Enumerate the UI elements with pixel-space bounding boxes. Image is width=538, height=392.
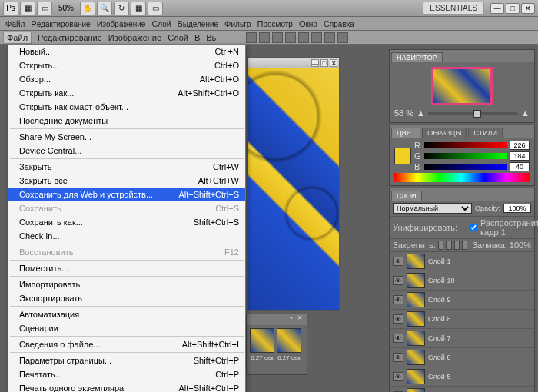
foreground-swatch[interactable] <box>394 148 411 164</box>
doc-maximize-icon[interactable]: □ <box>320 59 328 67</box>
color-panel-tab[interactable]: СТИЛИ <box>468 128 503 138</box>
menu-dropdown-item[interactable]: Поместить... <box>8 261 245 275</box>
nav-zoom-value[interactable]: 58 % <box>394 108 413 118</box>
visibility-eye-icon[interactable]: 👁 <box>393 276 404 285</box>
layer-row[interactable]: 👁Слой 6 <box>390 348 534 367</box>
menu-dropdown-item[interactable]: Device Central... <box>8 144 245 158</box>
zoom-display[interactable]: 50% <box>54 4 78 12</box>
bridge-icon[interactable]: ▦ <box>20 2 35 15</box>
arrange-icon[interactable]: ▦ <box>131 2 146 15</box>
navigator-thumb[interactable] <box>431 67 493 105</box>
menu-dropdown-item[interactable]: Share My Screen... <box>8 130 245 144</box>
expanded-menu-item[interactable]: Изображение <box>108 33 161 42</box>
g-slider[interactable] <box>424 153 507 159</box>
menu-dropdown-item[interactable]: Закрыть всеAlt+Ctrl+W <box>8 174 245 188</box>
color-spectrum[interactable] <box>394 173 530 182</box>
b-value[interactable]: 40 <box>510 162 530 171</box>
r-value[interactable]: 226 <box>510 141 530 150</box>
menu-dropdown-item[interactable]: Открыть как...Alt+Shift+Ctrl+O <box>8 86 245 100</box>
menu-item[interactable]: Окно <box>297 18 320 30</box>
lock-pixels-icon[interactable] <box>446 241 451 250</box>
ps-logo-icon[interactable]: Ps <box>3 2 18 15</box>
layer-name[interactable]: Слой 8 <box>428 315 450 323</box>
opt-icon[interactable] <box>272 32 283 43</box>
menu-item[interactable]: Слой <box>149 18 173 30</box>
zoom-in-icon[interactable]: ▲ <box>521 108 530 118</box>
menu-item[interactable]: Просмотр <box>254 18 294 30</box>
opt-icon[interactable] <box>311 32 322 43</box>
propagate-checkbox[interactable] <box>470 224 477 231</box>
expanded-menu-item[interactable]: Слой <box>168 33 188 42</box>
expanded-menu-item[interactable]: В <box>194 33 200 42</box>
blend-mode-select[interactable]: Нормальный <box>393 203 472 214</box>
menu-item[interactable]: Фильтр <box>222 18 253 30</box>
menu-dropdown-item[interactable]: Печатать...Ctrl+P <box>8 367 245 381</box>
menu-dropdown-item[interactable]: Параметры страницы...Shift+Ctrl+P <box>8 354 245 367</box>
b-slider[interactable] <box>424 164 507 170</box>
hand-tool-icon[interactable]: ✋ <box>80 2 95 15</box>
doc-minimize-icon[interactable]: — <box>311 59 319 67</box>
layer-name[interactable]: Слой 7 <box>428 334 450 342</box>
zoom-out-icon[interactable]: ▲ <box>417 108 425 118</box>
layer-name[interactable]: Слой 9 <box>428 296 450 304</box>
opt-icon[interactable] <box>259 32 270 43</box>
opt-icon[interactable] <box>246 32 257 43</box>
menu-item[interactable]: Файл <box>3 18 27 30</box>
menu-dropdown-item[interactable]: Открыть...Ctrl+O <box>8 58 245 72</box>
canvas-image[interactable] <box>248 68 339 310</box>
menu-dropdown-item[interactable]: Открыть как смарт-объект... <box>8 100 245 114</box>
tool-icon[interactable]: ▭ <box>37 2 52 15</box>
layer-name[interactable]: Слой 5 <box>428 373 450 380</box>
animation-frame[interactable]: 0,27 сек <box>250 328 274 361</box>
r-slider[interactable] <box>424 142 507 148</box>
maximize-icon[interactable]: □ <box>506 3 520 14</box>
lock-trans-icon[interactable] <box>438 241 443 250</box>
minimize-icon[interactable]: — <box>490 3 504 14</box>
menu-dropdown-item[interactable]: Экспортировать <box>8 291 245 305</box>
opt-icon[interactable] <box>324 32 335 43</box>
menu-item[interactable]: Изображение <box>95 18 148 30</box>
opt-icon[interactable] <box>337 32 348 43</box>
menu-item[interactable]: Справка <box>321 18 357 30</box>
visibility-eye-icon[interactable]: 👁 <box>393 372 404 381</box>
animation-frame[interactable]: 0,27 сек <box>277 328 301 361</box>
doc-close-icon[interactable]: ✕ <box>330 59 337 67</box>
close-icon[interactable]: ✕ <box>521 3 535 14</box>
menu-dropdown-item[interactable]: Сохранить как...Shift+Ctrl+S <box>8 215 245 229</box>
expanded-menu-item[interactable]: Вь <box>206 33 216 42</box>
navigator-tab[interactable]: НАВИГАТОР <box>391 52 443 62</box>
menu-dropdown-item[interactable]: Печать одного экземпляраAlt+Shift+Ctrl+P <box>8 381 245 392</box>
rotate-icon[interactable]: ↻ <box>114 2 129 15</box>
layer-row[interactable]: 👁Слой 8 <box>390 310 534 329</box>
layers-tab[interactable]: СЛОИ <box>391 191 422 201</box>
layer-name[interactable]: Слой 10 <box>428 277 454 284</box>
frame-time[interactable]: 0,27 сек <box>277 354 301 361</box>
lock-all-icon[interactable] <box>462 241 467 250</box>
expanded-menu-item[interactable]: Редактирование <box>38 33 102 42</box>
layer-row[interactable]: 👁Слой 7 <box>390 329 534 348</box>
frame-time[interactable]: 0,27 сек <box>250 354 274 361</box>
menu-item[interactable]: Выделение <box>174 18 221 30</box>
menu-dropdown-item[interactable]: Сохранить для Web и устройств...Alt+Shif… <box>8 188 245 201</box>
layer-row[interactable]: 👁Слой 1 <box>390 252 534 271</box>
layer-row[interactable]: 👁Слой 5 <box>390 367 534 387</box>
zoom-tool-icon[interactable]: 🔍 <box>97 2 112 15</box>
menu-dropdown-item[interactable]: Новый...Ctrl+N <box>8 45 245 58</box>
panel-collapse-icon[interactable]: « <box>290 314 297 322</box>
menu-dropdown-item[interactable]: Обзор...Alt+Ctrl+O <box>8 72 245 86</box>
visibility-eye-icon[interactable]: 👁 <box>393 334 404 343</box>
layer-row[interactable]: 👁Слой 4 <box>390 387 534 392</box>
layer-row[interactable]: 👁Слой 9 <box>390 291 534 310</box>
menu-dropdown-item[interactable]: Импортировать <box>8 277 245 291</box>
menu-dropdown-item[interactable]: Автоматизация <box>8 307 245 321</box>
visibility-eye-icon[interactable]: 👁 <box>393 295 404 304</box>
menu-dropdown-item[interactable]: Сведения о файле...Alt+Shift+Ctrl+I <box>8 337 245 351</box>
screen-mode-icon[interactable]: ▭ <box>148 2 163 15</box>
visibility-eye-icon[interactable]: 👁 <box>393 353 404 362</box>
opacity-value[interactable]: 100% <box>503 204 531 213</box>
menu-dropdown-item[interactable]: Сценарии <box>8 321 245 335</box>
expanded-menu-item[interactable]: Файл <box>3 32 32 44</box>
visibility-eye-icon[interactable]: 👁 <box>393 257 404 266</box>
layer-name[interactable]: Слой 6 <box>428 354 450 361</box>
visibility-eye-icon[interactable]: 👁 <box>393 314 404 324</box>
